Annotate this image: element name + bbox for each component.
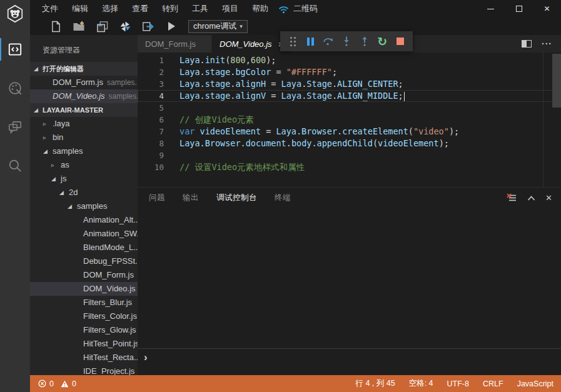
editor-scrollbar[interactable] [552,54,561,108]
activity-code-editor[interactable] [0,34,30,64]
status-right: 行 4 , 列 45空格: 4UTF-8CRLFJavaScript [355,378,561,389]
status-item[interactable]: 空格: 4 [409,378,433,389]
pause-icon [307,38,314,46]
step-over-button[interactable] [321,33,336,49]
tree-folder[interactable]: ◢samples [30,144,138,158]
build-button[interactable] [118,19,132,33]
code-editor-icon [7,41,23,58]
bottom-panel: 问题输出调试控制台终端 ✕ › [138,187,561,375]
menu-item[interactable]: 帮助 [245,0,275,18]
save-all-button[interactable] [95,19,109,33]
line-content: Laya.stage.alignH = Laya.Stage.ALIGN_CEN… [179,78,403,90]
step-out-button[interactable] [357,33,372,49]
open-editor-desc: samples... [107,76,138,89]
open-editor-desc: samples... [109,89,138,103]
open-editor-item[interactable]: DOM_Form.jssamples... [30,76,138,89]
maximize-panel-icon[interactable] [527,194,536,202]
split-editor-icon[interactable] [522,40,532,48]
code-line: 9 [138,149,561,161]
tree-folder[interactable]: ◢2d [30,186,138,199]
network-qr[interactable]: 二维码 [278,3,318,14]
file-item[interactable]: HitTest_Recta... [30,351,138,364]
chevron-down-icon: ▾ [240,23,243,29]
debug-target-dropdown[interactable]: chrome调试 ▾ [188,20,248,33]
tree-folder[interactable]: ▹bin [30,131,138,144]
file-label: Filters_Glow.js [83,323,136,337]
close-panel-icon[interactable]: ✕ [545,193,552,203]
activity-search[interactable] [0,151,30,181]
export-button[interactable] [141,19,155,33]
menu-item[interactable]: 工具 [185,0,215,18]
file-item[interactable]: Filters_Color.js [30,309,138,323]
status-item[interactable]: UTF-8 [447,379,469,388]
menu-item[interactable]: 文件 [35,0,65,18]
problems-status[interactable]: 0 0 [30,379,76,388]
menu-item[interactable]: 转到 [155,0,185,18]
file-item[interactable]: DOM_Video.js [30,282,138,296]
file-item[interactable]: IDE_Project.js [30,364,138,375]
wifi-icon [278,4,290,14]
activity-feedback[interactable] [0,112,30,142]
open-editor-item[interactable]: DOM_Video.jssamples... [30,89,138,103]
line-number: 9 [138,149,164,161]
panel-tab[interactable]: 终端 [275,193,291,203]
code-line: 5 [138,102,561,114]
status-item[interactable]: 行 4 , 列 45 [355,378,395,389]
editor-group: DOM_Form.jsDOM_Video.js× ··· 1Laya.init(… [138,35,561,187]
pause-button[interactable] [303,33,318,49]
file-item[interactable]: Animation_SW... [30,227,138,241]
file-item[interactable]: Animation_Alt... [30,213,138,227]
more-actions-icon[interactable]: ··· [542,39,552,49]
file-item[interactable]: Debug_FPSSt... [30,254,138,268]
tree-folder[interactable]: ▹as [30,158,138,172]
restart-button[interactable]: ↻ [375,33,390,49]
explorer-sidebar: 资源管理器 ◢ 打开的编辑器 DOM_Form.jssamples...DOM_… [30,35,138,375]
status-item[interactable]: JavaScript [517,379,553,388]
tree-folder[interactable]: ◢js [30,172,138,186]
twistie-expanded-icon: ◢ [34,62,40,76]
step-into-button[interactable] [339,33,354,49]
file-item[interactable]: HitTest_Point.js [30,337,138,351]
close-button[interactable]: ✕ [533,0,561,18]
panel-tab[interactable]: 输出 [183,193,199,203]
file-label: Animation_Alt... [83,213,138,227]
panel-tab[interactable]: 调试控制台 [216,193,257,203]
menu-item[interactable]: 选择 [95,0,125,18]
workspace-section[interactable]: ◢ LAYAAIR-MASTER [30,103,138,117]
warning-icon [61,380,69,388]
error-count: 0 [49,379,54,388]
run-button[interactable] [164,19,178,33]
open-editors-section[interactable]: ◢ 打开的编辑器 [30,62,138,76]
new-file-button[interactable] [49,19,63,33]
code-editor[interactable]: 1Laya.init(800,600);2Laya.stage.bgColor … [138,53,561,187]
code-line: 1Laya.init(800,600); [138,54,561,66]
status-item[interactable]: CRLF [483,379,503,388]
tree-folder[interactable]: ◢samples [30,199,138,213]
code-line: 7var videoElement = Laya.Browser.createE… [138,126,561,138]
file-item[interactable]: Filters_Blur.js [30,296,138,309]
file-item[interactable]: BlendMode_L... [30,241,138,254]
debug-console-input[interactable]: › [138,348,561,375]
file-item[interactable]: DOM_Form.js [30,268,138,282]
title-bar: 文件编辑选择查看转到工具项目帮助 二维码 ✕ [30,0,561,18]
file-item[interactable]: Filters_Glow.js [30,323,138,337]
editor-tab[interactable]: DOM_Video.js× [212,35,291,53]
menu-item[interactable]: 查看 [125,0,155,18]
open-editors-list: DOM_Form.jssamples...DOM_Video.jssamples… [30,76,138,103]
folder-label: bin [53,131,63,144]
maximize-button[interactable] [505,0,533,18]
editor-tab[interactable]: DOM_Form.js [138,35,211,53]
activity-designer[interactable] [0,73,30,103]
section-label: LAYAAIR-MASTER [43,103,103,117]
menu-item[interactable]: 编辑 [65,0,95,18]
clear-console-icon[interactable] [507,193,517,203]
minimize-button[interactable] [477,0,505,18]
tabs: DOM_Form.jsDOM_Video.js× [138,35,291,53]
panel-tab[interactable]: 问题 [149,193,165,203]
stop-button[interactable] [393,33,408,49]
line-content: // 创建Video元素 [179,114,254,126]
open-folder-button[interactable] [72,19,86,33]
menu-item[interactable]: 项目 [215,0,245,18]
debug-drag-handle[interactable] [285,33,300,49]
tree-folder[interactable]: ▹.laya [30,117,138,131]
